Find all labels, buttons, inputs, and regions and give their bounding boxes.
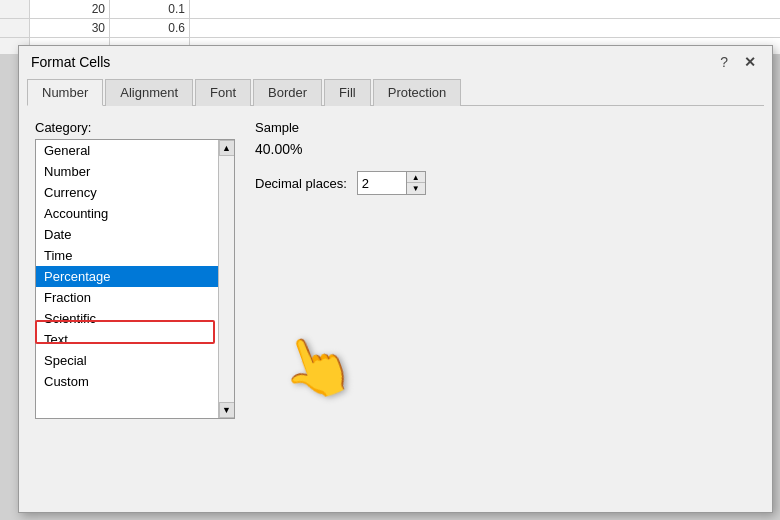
- cell-c1: 0.1: [110, 0, 190, 18]
- category-item-date[interactable]: Date: [36, 224, 234, 245]
- tab-border[interactable]: Border: [253, 79, 322, 106]
- sample-section: Sample 40.00%: [255, 120, 756, 157]
- category-item-special[interactable]: Special: [36, 350, 234, 371]
- category-item-fraction[interactable]: Fraction: [36, 287, 234, 308]
- right-panel: Sample 40.00% Decimal places: ▲ ▼: [255, 120, 756, 478]
- decimal-decrement-button[interactable]: ▼: [407, 183, 425, 194]
- dialog-body: Category: GeneralNumberCurrencyAccountin…: [19, 106, 772, 492]
- category-item-percentage[interactable]: Percentage: [36, 266, 234, 287]
- cell-b1: 20: [30, 0, 110, 18]
- decimal-label: Decimal places:: [255, 176, 347, 191]
- list-scrollbar[interactable]: ▲ ▼: [218, 140, 234, 418]
- decimal-places-input[interactable]: [357, 171, 407, 195]
- decimal-increment-button[interactable]: ▲: [407, 172, 425, 183]
- category-item-time[interactable]: Time: [36, 245, 234, 266]
- dialog-controls: ? ✕: [716, 54, 760, 70]
- category-item-general[interactable]: General: [36, 140, 234, 161]
- dialog-titlebar: Format Cells ? ✕: [19, 46, 772, 74]
- sample-value: 40.00%: [255, 141, 756, 157]
- decimal-input-wrapper: ▲ ▼: [357, 171, 426, 195]
- category-item-text[interactable]: Text: [36, 329, 234, 350]
- cell-b2: 30: [30, 19, 110, 37]
- tab-fill[interactable]: Fill: [324, 79, 371, 106]
- category-item-custom[interactable]: Custom: [36, 371, 234, 392]
- decimal-row: Decimal places: ▲ ▼: [255, 171, 756, 195]
- category-panel: Category: GeneralNumberCurrencyAccountin…: [35, 120, 235, 478]
- row-header-2: [0, 19, 30, 37]
- category-item-number[interactable]: Number: [36, 161, 234, 182]
- category-list-wrapper[interactable]: GeneralNumberCurrencyAccountingDateTimeP…: [35, 139, 235, 419]
- dialog-title: Format Cells: [31, 54, 110, 70]
- format-cells-dialog: Format Cells ? ✕ Number Alignment Font B…: [18, 45, 773, 513]
- decimal-spinners: ▲ ▼: [407, 171, 426, 195]
- row-header: [0, 0, 30, 18]
- tab-alignment[interactable]: Alignment: [105, 79, 193, 106]
- tab-number[interactable]: Number: [27, 79, 103, 106]
- tab-font[interactable]: Font: [195, 79, 251, 106]
- category-item-accounting[interactable]: Accounting: [36, 203, 234, 224]
- dialog-close-button[interactable]: ✕: [740, 54, 760, 70]
- category-list: GeneralNumberCurrencyAccountingDateTimeP…: [36, 140, 234, 392]
- scroll-down-arrow[interactable]: ▼: [219, 402, 235, 418]
- scroll-up-arrow[interactable]: ▲: [219, 140, 235, 156]
- dialog-help-button[interactable]: ?: [716, 54, 732, 70]
- tabs-bar: Number Alignment Font Border Fill Protec…: [19, 74, 772, 105]
- cell-c2: 0.6: [110, 19, 190, 37]
- category-item-currency[interactable]: Currency: [36, 182, 234, 203]
- sample-label: Sample: [255, 120, 756, 135]
- category-list-container: GeneralNumberCurrencyAccountingDateTimeP…: [35, 139, 235, 419]
- category-item-scientific[interactable]: Scientific: [36, 308, 234, 329]
- category-label: Category:: [35, 120, 235, 135]
- tab-protection[interactable]: Protection: [373, 79, 462, 106]
